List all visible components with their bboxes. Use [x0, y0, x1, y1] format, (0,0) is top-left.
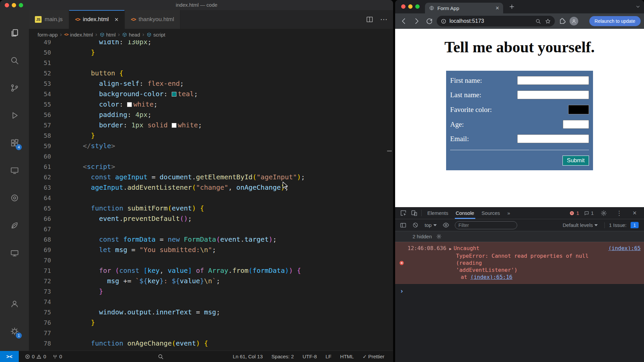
code-line[interactable]: 74	[29, 297, 393, 307]
status-search-icon[interactable]	[158, 354, 164, 360]
inspect-element-icon[interactable]	[398, 207, 409, 219]
code-line[interactable]: 53 align-self: flex-end;	[29, 78, 393, 89]
back-icon[interactable]	[398, 16, 409, 26]
code-line[interactable]: 59</style>	[29, 141, 393, 151]
more-actions-icon[interactable]: ⋯	[380, 15, 388, 24]
split-editor-icon[interactable]	[366, 16, 373, 23]
code-line[interactable]: 52 button {	[29, 68, 393, 78]
message-counter[interactable]: 1	[584, 210, 594, 216]
live-expression-eye-icon[interactable]	[441, 222, 451, 229]
code-line[interactable]: 65 function submitForm(event) {	[29, 203, 393, 214]
sidebar-item-explorer[interactable]	[6, 25, 22, 41]
code-line[interactable]: 50 }	[29, 47, 393, 58]
close-tab-icon[interactable]: ×	[495, 5, 499, 12]
code-line[interactable]: 51	[29, 58, 393, 68]
error-source-link[interactable]: (index):65	[608, 245, 641, 281]
clear-console-icon[interactable]	[410, 222, 421, 228]
minimize-window-button[interactable]	[408, 4, 413, 9]
context-selector[interactable]: top	[422, 222, 439, 228]
sidebar-item-run-debug[interactable]	[6, 107, 22, 123]
zoom-icon[interactable]	[535, 18, 541, 24]
reload-icon[interactable]	[424, 16, 435, 26]
age-input[interactable]	[563, 120, 589, 129]
console-filter-input[interactable]	[455, 221, 517, 229]
code-line[interactable]: 58 }	[29, 130, 393, 141]
console-sidebar-icon[interactable]	[398, 222, 409, 229]
indentation[interactable]: Spaces: 2	[271, 354, 294, 359]
stack-frame-link[interactable]: (index):65:16	[471, 274, 513, 280]
sidebar-item-live-preview[interactable]	[6, 245, 22, 261]
extensions-puzzle-icon[interactable]	[557, 16, 568, 26]
ports-indicator[interactable]: 0	[52, 354, 62, 359]
code-editor[interactable]: 49 width: 130px;50 }5152 button {53 alig…	[29, 40, 393, 351]
tab-search-chevron-icon[interactable]	[635, 4, 641, 9]
devtools-tab-elements[interactable]: Elements	[424, 207, 452, 219]
code-line[interactable]: 57 border: 1px solid white;	[29, 120, 393, 130]
code-line[interactable]: 60	[29, 151, 393, 162]
browser-tab[interactable]: Form App ×	[425, 3, 503, 13]
code-line[interactable]: 49 width: 130px;	[29, 40, 393, 47]
submit-button[interactable]: Submit	[562, 156, 589, 166]
code-line[interactable]: 62 const ageInput = document.getElementB…	[29, 172, 393, 182]
kebab-menu-icon[interactable]: ⋮	[614, 209, 625, 217]
sidebar-item-search[interactable]	[6, 52, 22, 68]
code-line[interactable]: 63 ageInput.addEventListener("change", o…	[29, 182, 393, 193]
site-info-icon[interactable]	[441, 18, 446, 24]
code-line[interactable]: 76 }	[29, 317, 393, 328]
address-bar[interactable]: localhost:5173	[437, 16, 555, 26]
breadcrumb-item-head[interactable]: head	[122, 32, 140, 38]
code-line[interactable]: 78 function onAgeChange(event) {	[29, 338, 393, 349]
sidebar-item-extension-a[interactable]	[6, 190, 22, 206]
log-levels-selector[interactable]: Default levels	[560, 222, 600, 228]
code-line[interactable]: 54 background-color: teal;	[29, 89, 393, 99]
code-line[interactable]: 71 for (const [key, value] of Array.from…	[29, 265, 393, 276]
tab-index-html[interactable]: <> index.html ×	[69, 10, 125, 29]
relaunch-to-update-button[interactable]: Relaunch to update	[589, 16, 641, 26]
maximize-window-button[interactable]	[415, 4, 420, 9]
sidebar-item-extension-b[interactable]	[6, 217, 22, 233]
devtools-tab-console[interactable]: Console	[452, 207, 478, 219]
code-line[interactable]: 75 window.output.innerText = msg;	[29, 307, 393, 317]
email-input[interactable]	[517, 134, 589, 143]
code-line[interactable]: 61<script>	[29, 162, 393, 172]
sidebar-item-remote-explorer[interactable]	[6, 162, 22, 178]
sidebar-item-extensions[interactable]: 4	[6, 135, 22, 151]
code-line[interactable]: 66 event.preventDefault();	[29, 214, 393, 224]
tab-main-js[interactable]: JS main.js	[29, 10, 69, 29]
sidebar-item-accounts[interactable]	[6, 296, 22, 312]
breadcrumb-item-script[interactable]: script	[147, 32, 165, 38]
sidebar-item-source-control[interactable]	[6, 80, 22, 96]
new-tab-icon[interactable]	[508, 3, 515, 10]
profile-avatar[interactable]	[570, 17, 578, 25]
first-name-input[interactable]	[517, 76, 589, 85]
issues-badge[interactable]: 1	[631, 222, 639, 228]
favorite-color-input[interactable]	[568, 105, 589, 114]
code-line[interactable]: 69 let msg = "You submitted:\n";	[29, 245, 393, 255]
code-line[interactable]: 77	[29, 328, 393, 338]
encoding[interactable]: UTF-8	[303, 354, 317, 359]
code-line[interactable]: 70	[29, 255, 393, 265]
devtools-tab-sources[interactable]: Sources	[478, 207, 504, 219]
console-prompt[interactable]: ›	[395, 284, 644, 295]
remote-indicator[interactable]: ><	[0, 351, 19, 362]
breadcrumb-item-folder[interactable]: form-app	[38, 32, 58, 38]
breadcrumb-item-file[interactable]: <>index.html	[64, 32, 93, 38]
problems-indicator[interactable]: 0 0	[25, 354, 46, 359]
device-toolbar-icon[interactable]	[409, 207, 419, 219]
code-line[interactable]: 56 padding: 4px;	[29, 110, 393, 120]
code-line[interactable]: 72 msg += `${key}: ${value}\n`;	[29, 276, 393, 286]
code-line[interactable]: 55 color: white;	[29, 99, 393, 110]
console-error-entry[interactable]: 12:46:08.636 ▶Uncaught TypeError: Cannot…	[395, 242, 644, 284]
sidebar-item-settings[interactable]: 1	[6, 323, 22, 339]
tab-thankyou-html[interactable]: <> thankyou.html	[125, 10, 180, 29]
breadcrumb-item-html[interactable]: html	[100, 32, 116, 38]
hidden-settings-gear-icon[interactable]	[436, 234, 442, 239]
language-mode[interactable]: HTML	[340, 354, 354, 359]
code-line[interactable]: 73 }	[29, 286, 393, 297]
devtools-settings-gear-icon[interactable]	[598, 210, 609, 217]
expand-triangle-icon[interactable]: ▶	[449, 247, 452, 251]
error-counter[interactable]: 1	[569, 210, 579, 216]
vscode-titlebar[interactable]: index.html — code	[0, 0, 393, 10]
close-window-button[interactable]	[401, 4, 406, 9]
formatter-indicator[interactable]: ✓ Prettier	[363, 354, 384, 360]
